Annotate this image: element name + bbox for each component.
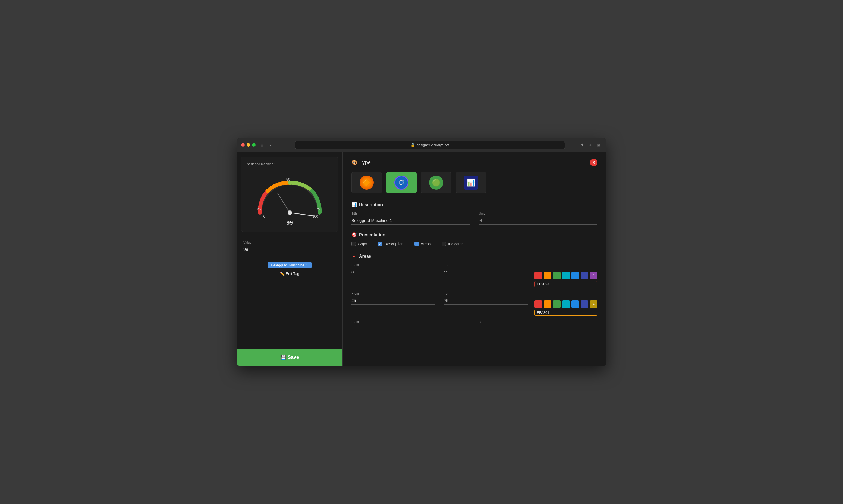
area-3-to-label: To (479, 320, 598, 324)
area-3-from-label: From (351, 320, 470, 324)
area-3-from-input[interactable] (351, 325, 470, 333)
area-1-from-input[interactable] (351, 269, 435, 276)
area-2-color-red[interactable] (534, 300, 542, 308)
edit-tag-label: ✏️ Edit Tag (280, 272, 299, 276)
area-2-color-blue[interactable] (571, 300, 579, 308)
description-checkbox-label: Description (384, 242, 403, 246)
area-2-color-teal[interactable] (562, 300, 570, 308)
title-label: Title (351, 212, 470, 215)
grid-button[interactable]: ⊞ (595, 142, 602, 148)
area-2-hex-input[interactable] (537, 311, 556, 315)
indicator-checkbox-item[interactable]: Indicator (442, 242, 463, 246)
tag-badge: Beleggrad_Maschine_1 (268, 262, 311, 268)
area-1-color-indigo[interactable] (581, 272, 588, 280)
checkbox-row: Gaps Description Areas Indicator (351, 242, 598, 246)
minimize-traffic-light[interactable] (246, 143, 250, 147)
presentation-section: 🎯 Presentation Gaps Description Areas (351, 232, 598, 246)
area-1-from-label: From (351, 263, 435, 267)
title-group: Title (351, 212, 470, 224)
areas-checkbox-label: Areas (421, 242, 431, 246)
browser-window: ⊞ ‹ › 🔒 designer.visualys.net ⬆ + ⊞ besi… (237, 138, 606, 366)
type-icon-4: 📊 (464, 176, 478, 190)
maximize-traffic-light[interactable] (252, 143, 256, 147)
areas-label: Areas (359, 254, 371, 259)
area-1-fields: From To (351, 263, 528, 276)
area-2-hash-button[interactable]: # (590, 300, 598, 308)
area-1-color-picker: # (534, 272, 598, 280)
description-checkbox-item[interactable]: Description (378, 242, 403, 246)
svg-text:75: 75 (316, 207, 320, 211)
sidebar-toggle-button[interactable]: ⊞ (259, 142, 265, 148)
area-1-color-teal[interactable] (562, 272, 570, 280)
browser-toolbar: ⊞ ‹ › 🔒 designer.visualys.net ⬆ + ⊞ (237, 138, 606, 152)
gauge-title: besieged machine 1 (247, 162, 332, 166)
url-text: designer.visualys.net (417, 143, 449, 147)
area-1-to-input[interactable] (444, 269, 528, 276)
area-1-color-red[interactable] (534, 272, 542, 280)
area-2-color-green[interactable] (553, 300, 561, 308)
area-2-from-to: From To (351, 292, 528, 305)
areas-checkbox-item[interactable]: Areas (414, 242, 431, 246)
indicator-checkbox[interactable] (442, 242, 446, 246)
presentation-title: 🎯 Presentation (351, 232, 598, 237)
area-1-hex-input[interactable] (537, 282, 556, 286)
type-section-title: 🎨 Type (351, 160, 371, 165)
gauge-container: besieged machine 1 25 (241, 157, 338, 232)
area-2-from-input[interactable] (351, 297, 435, 305)
type-icon-1: 🔶 (360, 176, 374, 190)
area-1-color-green[interactable] (553, 272, 561, 280)
area-2-color-indigo[interactable] (581, 300, 588, 308)
type-card-1[interactable]: 🔶 (351, 172, 382, 193)
tag-section: Beleggrad_Maschine_1 ✏️ Edit Tag (237, 258, 343, 280)
gaps-checkbox-item[interactable]: Gaps (351, 242, 367, 246)
close-traffic-light[interactable] (241, 143, 245, 147)
gaps-checkbox[interactable] (351, 242, 356, 246)
unit-input[interactable] (479, 217, 598, 224)
value-section: Value (237, 236, 343, 258)
share-button[interactable]: ⬆ (579, 142, 586, 148)
gauge-svg-wrapper: 25 50 75 0 100 (247, 169, 332, 218)
area-1-color-orange[interactable] (544, 272, 551, 280)
type-card-4[interactable]: 📊 (456, 172, 486, 193)
area-2-to-input[interactable] (444, 297, 528, 305)
svg-line-7 (278, 193, 290, 213)
area-2-to: To (444, 292, 528, 305)
gaps-label: Gaps (358, 242, 367, 246)
back-button[interactable]: ‹ (269, 142, 273, 148)
new-tab-button[interactable]: + (588, 142, 593, 148)
value-input[interactable] (243, 246, 336, 253)
area-2-color-wrapper: # (534, 292, 598, 316)
type-emoji-icon: 🎨 (351, 160, 357, 165)
description-title: 📊 Description (351, 202, 598, 207)
description-checkbox[interactable] (378, 242, 382, 246)
edit-tag-button[interactable]: ✏️ Edit Tag (280, 272, 299, 276)
close-button[interactable]: ✕ (590, 159, 598, 166)
gauge-svg: 25 50 75 0 100 (252, 169, 328, 218)
area-1-color-blue[interactable] (571, 272, 579, 280)
area-1-hash-button[interactable]: # (590, 272, 598, 280)
area-1-from-to: From To (351, 263, 528, 276)
unit-label: Unit (479, 212, 598, 215)
description-form-row: Title Unit (351, 212, 598, 224)
description-icon: 📊 (351, 202, 357, 207)
type-card-2[interactable]: ⏱ (386, 172, 417, 193)
areas-checkbox[interactable] (414, 242, 419, 246)
title-input[interactable] (351, 217, 470, 224)
address-bar[interactable]: 🔒 designer.visualys.net (295, 141, 565, 149)
save-button[interactable]: 💾 Save (237, 348, 343, 366)
type-card-3[interactable]: 🟢 (421, 172, 451, 193)
areas-title: 🔺 Areas (351, 254, 598, 259)
app-content: besieged machine 1 25 (237, 152, 606, 366)
type-icon-3: 🟢 (429, 176, 443, 190)
toolbar-right: ⬆ + ⊞ (579, 142, 602, 148)
area-1-from: From (351, 263, 435, 276)
area-2-from: From (351, 292, 435, 305)
area-3-to-input[interactable] (479, 325, 598, 333)
close-icon: ✕ (592, 160, 596, 165)
unit-group: Unit (479, 212, 598, 224)
area-2-color-orange[interactable] (544, 300, 551, 308)
forward-button[interactable]: › (276, 142, 281, 148)
area-1-color-wrapper: # (534, 263, 598, 287)
description-section: 📊 Description Title Unit (351, 202, 598, 224)
area-3-to: To (479, 320, 598, 333)
